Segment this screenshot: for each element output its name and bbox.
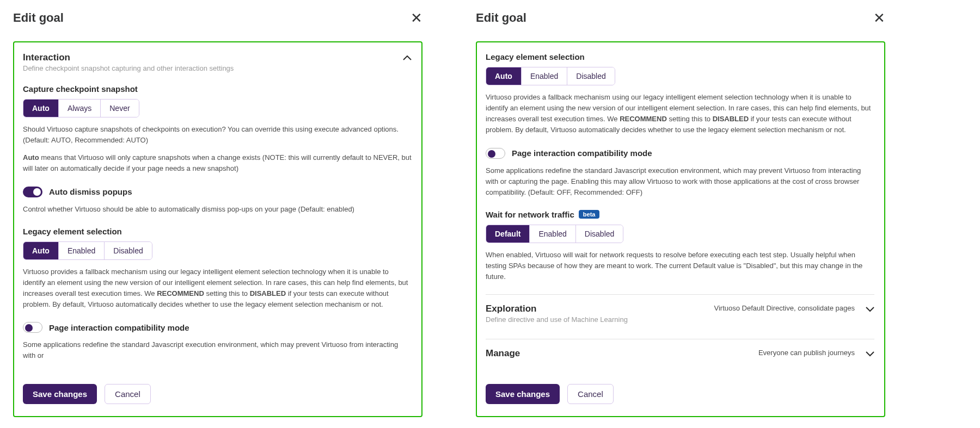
capture-option-auto[interactable]: Auto xyxy=(23,100,59,117)
wait-option-enabled[interactable]: Enabled xyxy=(530,225,575,243)
exploration-header[interactable]: Exploration Define directive and use of … xyxy=(486,303,874,324)
auto-dismiss-toggle[interactable] xyxy=(23,187,42,197)
compat-desc-partial: Some applications redefine the standard … xyxy=(23,339,412,361)
exploration-summary: Virtuoso Default Directive, consolidate … xyxy=(714,304,855,312)
wait-title: Wait for network traffic beta xyxy=(486,210,874,219)
dialog-title: Edit goal xyxy=(476,11,526,25)
interaction-panel-scrolled: Legacy element selection Auto Enabled Di… xyxy=(476,41,885,417)
beta-badge: beta xyxy=(579,210,600,219)
close-icon[interactable]: ✕ xyxy=(873,11,885,25)
edit-goal-dialog-right: Edit goal ✕ Legacy element selection Aut… xyxy=(463,0,898,428)
compat-label: Page interaction compatibility mode xyxy=(512,148,652,158)
capture-title: Capture checkpoint snapshot xyxy=(23,84,412,94)
capture-desc-2: Auto means that Virtuoso will only captu… xyxy=(23,152,412,174)
capture-auto-word: Auto xyxy=(23,153,39,162)
wait-option-default[interactable]: Default xyxy=(486,225,530,243)
save-button[interactable]: Save changes xyxy=(486,384,560,404)
cancel-button[interactable]: Cancel xyxy=(105,384,151,404)
section-subtitle: Define checkpoint snapshot capturing and… xyxy=(23,64,234,72)
legacy-title: Legacy element selection xyxy=(23,227,412,236)
panel-scroll[interactable]: Legacy element selection Auto Enabled Di… xyxy=(486,52,875,374)
legacy-field: Legacy element selection Auto Enabled Di… xyxy=(486,52,874,136)
panel-scroll[interactable]: Interaction Define checkpoint snapshot c… xyxy=(23,52,413,374)
capture-option-always[interactable]: Always xyxy=(59,100,101,117)
legacy-option-disabled[interactable]: Disabled xyxy=(105,242,151,259)
legacy-option-disabled[interactable]: Disabled xyxy=(567,67,614,85)
wait-option-disabled[interactable]: Disabled xyxy=(576,225,623,243)
dialog-header: Edit goal ✕ xyxy=(13,11,422,25)
compat-row: Page interaction compatibility mode xyxy=(23,322,412,333)
dialog-footer: Save changes Cancel xyxy=(486,374,875,406)
wait-field: Wait for network traffic beta Default En… xyxy=(486,210,874,282)
manage-section: Manage Everyone can publish journeys xyxy=(486,339,874,362)
chevron-down-icon xyxy=(866,351,874,357)
legacy-option-enabled[interactable]: Enabled xyxy=(522,67,567,85)
capture-desc-1: Should Virtuoso capture snapshots of che… xyxy=(23,124,412,146)
compat-toggle[interactable] xyxy=(23,322,42,333)
auto-dismiss-desc: Control whether Virtuoso should be able … xyxy=(23,204,412,215)
cancel-button[interactable]: Cancel xyxy=(567,384,614,404)
legacy-title: Legacy element selection xyxy=(486,52,874,61)
dialog-header: Edit goal ✕ xyxy=(476,11,885,25)
legacy-desc: Virtuoso provides a fallback mechanism u… xyxy=(23,266,412,311)
dialog-title: Edit goal xyxy=(13,11,64,25)
capture-option-never[interactable]: Never xyxy=(101,100,138,117)
close-icon[interactable]: ✕ xyxy=(411,11,422,25)
capture-toggle-group: Auto Always Never xyxy=(23,99,139,117)
compat-label: Page interaction compatibility mode xyxy=(49,323,189,332)
edit-goal-dialog-left: Edit goal ✕ Interaction Define checkpoin… xyxy=(0,0,436,428)
legacy-toggle-group: Auto Enabled Disabled xyxy=(23,241,152,260)
manage-summary: Everyone can publish journeys xyxy=(758,349,855,357)
legacy-option-enabled[interactable]: Enabled xyxy=(59,242,105,259)
exploration-subtitle: Define directive and use of Machine Lear… xyxy=(486,315,628,324)
legacy-option-auto[interactable]: Auto xyxy=(23,242,59,259)
save-button[interactable]: Save changes xyxy=(23,384,97,404)
wait-toggle-group: Default Enabled Disabled xyxy=(486,225,623,243)
capture-field: Capture checkpoint snapshot Auto Always … xyxy=(23,84,412,175)
auto-dismiss-label: Auto dismiss popups xyxy=(49,187,132,196)
manage-header[interactable]: Manage Everyone can publish journeys xyxy=(486,348,874,359)
wait-desc: When enabled, Virtuoso will wait for net… xyxy=(486,250,874,282)
legacy-option-auto[interactable]: Auto xyxy=(486,67,522,85)
dialog-footer: Save changes Cancel xyxy=(23,374,413,406)
compat-desc-full: Some applications redefine the standard … xyxy=(486,165,874,198)
interaction-section-header[interactable]: Interaction Define checkpoint snapshot c… xyxy=(23,52,412,72)
exploration-title: Exploration xyxy=(486,303,628,314)
legacy-desc: Virtuoso provides a fallback mechanism u… xyxy=(486,92,874,136)
manage-title: Manage xyxy=(486,348,520,359)
interaction-panel: Interaction Define checkpoint snapshot c… xyxy=(13,41,422,417)
compat-row: Page interaction compatibility mode xyxy=(486,148,874,159)
chevron-down-icon xyxy=(866,307,874,312)
legacy-toggle-group: Auto Enabled Disabled xyxy=(486,67,615,85)
auto-dismiss-row: Auto dismiss popups xyxy=(23,187,412,197)
chevron-up-icon xyxy=(403,55,412,61)
compat-toggle[interactable] xyxy=(486,148,505,159)
exploration-section: Exploration Define directive and use of … xyxy=(486,294,874,327)
legacy-field: Legacy element selection Auto Enabled Di… xyxy=(23,227,412,311)
section-title: Interaction xyxy=(23,52,234,63)
